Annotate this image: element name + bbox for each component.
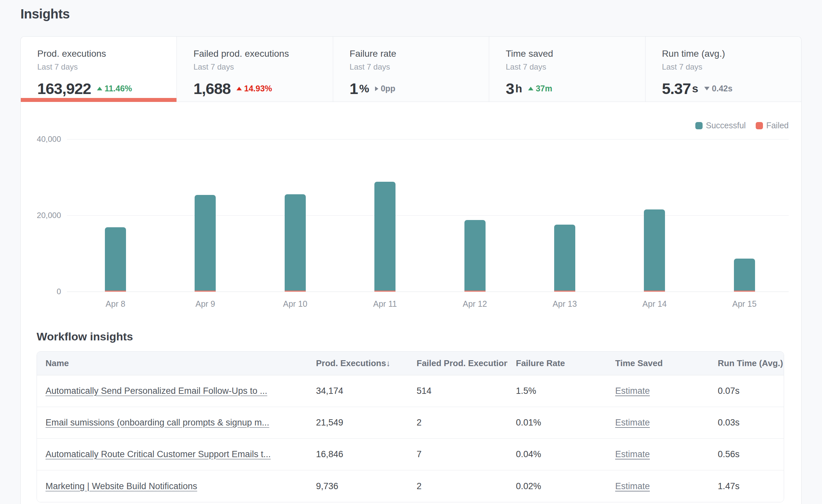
cell-failure-rate: 0.04% [507,449,606,460]
cell-failure-rate: 0.01% [507,418,606,428]
metric-card-failed-prod-executions[interactable]: Failed prod. executionsLast 7 days1,6881… [177,37,333,102]
metric-card-period: Last 7 days [350,62,489,72]
gridline-0 [67,292,789,292]
metric-card-period: Last 7 days [37,62,176,72]
x-axis-label-apr-13: Apr 13 [535,299,594,309]
cell-name: Automatically Send Personalized Email Fo… [37,386,308,396]
cell-time-saved: Estimate [606,418,709,428]
table-row: Marketing | Website Build Notifications9… [37,470,784,502]
table-row: Email sumissions (onboarding call prompt… [37,407,784,439]
bar-apr-15 [734,259,755,292]
workflow-name-link[interactable]: Email sumissions (onboarding call prompt… [45,418,269,428]
metric-card-title: Failed prod. executions [193,48,333,59]
bar-apr-10 [285,194,306,292]
trend-flat-icon [375,86,378,91]
metric-card-delta-value: 37m [536,84,552,93]
cell-name: Email sumissions (onboarding call prompt… [37,418,308,428]
workflow-insights-table: NameProd. Executions↓Failed Prod. Execut… [37,351,784,502]
metric-card-title: Failure rate [350,48,489,59]
cell-failure-rate: 0.02% [507,481,606,491]
cell-time-saved: Estimate [606,386,709,396]
trend-up-icon [97,87,102,90]
column-header-run-time-avg[interactable]: Run Time (Avg.) [709,358,784,369]
metric-card-prod-executions[interactable]: Prod. executionsLast 7 days163,92211.46% [21,37,177,102]
bar-segment-successful [194,195,216,291]
x-axis-label-apr-12: Apr 12 [445,299,505,309]
cell-time-saved: Estimate [606,481,709,491]
x-axis-label-apr-10: Apr 10 [266,299,325,309]
column-header-name[interactable]: Name [37,358,308,369]
metric-card-delta: 11.46% [97,84,132,93]
bar-segment-successful [464,220,485,291]
bar-segment-failed [464,291,485,292]
metric-card-value-row: 1%0pp [350,79,489,98]
metric-card-value: 163,922 [37,79,91,98]
column-header-failed-prod-executions[interactable]: Failed Prod. Executions [408,358,507,369]
legend-item-failed[interactable]: Failed [756,121,789,130]
gridline-40000 [67,139,789,139]
bar-segment-successful [285,194,306,291]
workflow-name-link[interactable]: Automatically Send Personalized Email Fo… [45,386,267,396]
column-header-prod-executions[interactable]: Prod. Executions↓ [308,358,408,369]
bar-apr-12 [464,220,485,292]
metric-card-unit: h [515,82,522,95]
cell-failed-prod-executions: 2 [408,418,507,428]
workflow-insights-title: Workflow insights [37,330,801,343]
bar-segment-failed [194,291,216,292]
metric-card-delta-value: 14.93% [244,84,272,93]
metric-card-time-saved[interactable]: Time savedLast 7 days3h37m [489,37,645,102]
workflow-name-link[interactable]: Marketing | Website Build Notifications [45,481,197,491]
legend-swatch-successful-icon [695,122,703,129]
y-axis-tick: 40,000 [21,134,61,144]
table-row: Automatically Route Critical Customer Su… [37,439,784,470]
legend-item-successful[interactable]: Successful [695,121,746,130]
insights-panel: Prod. executionsLast 7 days163,92211.46%… [20,36,802,504]
bar-apr-9 [194,195,216,292]
cell-failed-prod-executions: 7 [408,449,507,460]
metric-card-title: Time saved [506,48,645,59]
trend-down-icon [704,87,710,90]
table-row: Automatically Send Personalized Email Fo… [37,375,784,407]
cell-failed-prod-executions: 2 [408,481,507,491]
metric-card-delta: 37m [528,84,552,93]
cell-time-saved: Estimate [606,449,709,460]
workflow-name-link[interactable]: Automatically Route Critical Customer Su… [45,449,271,459]
estimate-link[interactable]: Estimate [615,386,650,396]
x-axis-label-apr-11: Apr 11 [355,299,415,309]
metric-card-failure-rate[interactable]: Failure rateLast 7 days1%0pp [333,37,489,102]
cell-run-time: 1.47s [709,481,784,491]
table-header-row: NameProd. Executions↓Failed Prod. Execut… [37,352,784,375]
metric-card-run-time-avg[interactable]: Run time (avg.)Last 7 days5.37s0.42s [646,37,801,102]
bar-segment-successful [554,224,575,291]
legend-label: Failed [766,121,789,130]
bar-segment-failed [105,291,126,292]
bar-segment-failed [644,291,665,292]
metric-card-value-row: 5.37s0.42s [662,79,801,98]
cell-prod-executions: 9,736 [308,481,408,491]
metric-card-delta-value: 0pp [381,84,395,93]
cell-failed-prod-executions: 514 [408,386,507,396]
bar-segment-failed [374,291,396,292]
metric-card-delta: 0.42s [704,84,733,93]
estimate-link[interactable]: Estimate [615,449,650,459]
estimate-link[interactable]: Estimate [615,481,650,491]
metric-card-value-row: 1,68814.93% [193,79,333,98]
column-header-failure-rate[interactable]: Failure Rate [507,358,606,369]
metric-card-title: Run time (avg.) [662,48,801,59]
estimate-link[interactable]: Estimate [615,418,650,428]
page-title: Insights [20,7,70,21]
selected-card-accent-bar [21,98,176,102]
column-header-time-saved[interactable]: Time Saved [606,358,709,369]
gridline-20000 [67,215,789,216]
x-axis-label-apr-14: Apr 14 [625,299,684,309]
cell-failure-rate: 1.5% [507,386,606,396]
cell-run-time: 0.56s [709,449,784,460]
metric-card-value: 1 [350,79,358,98]
metric-card-unit: % [359,82,369,95]
metric-card-value: 1,688 [193,79,231,98]
trend-up-icon [528,87,533,90]
legend-label: Successful [706,121,746,130]
bar-segment-failed [554,291,575,292]
cell-prod-executions: 16,846 [308,449,408,460]
bar-segment-successful [644,209,665,291]
